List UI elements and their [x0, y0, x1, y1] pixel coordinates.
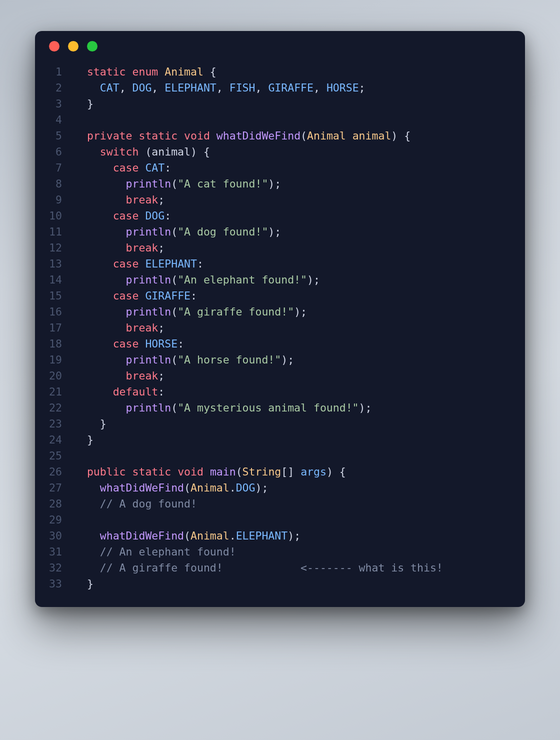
token-pun — [74, 562, 100, 574]
line-number: 1 — [35, 64, 74, 80]
token-pun — [171, 466, 178, 478]
token-id: args — [300, 466, 326, 478]
token-pun: ( — [171, 274, 178, 286]
token-pun — [132, 130, 139, 142]
code-content: CAT, DOG, ELEPHANT, FISH, GIRAFFE, HORSE… — [74, 80, 366, 96]
line-number: 9 — [35, 192, 74, 208]
close-icon[interactable] — [49, 41, 60, 52]
token-id: DOG — [132, 82, 152, 94]
line-number: 15 — [35, 288, 74, 304]
code-content: case ELEPHANT: — [74, 256, 204, 272]
line-number: 29 — [35, 512, 74, 528]
token-pun — [138, 338, 145, 350]
token-kw: case — [113, 290, 139, 302]
code-editor[interactable]: 1 static enum Animal {2 CAT, DOG, ELEPHA… — [35, 61, 525, 592]
token-pun — [74, 162, 113, 174]
token-fn: whatDidWeFind — [100, 482, 184, 494]
token-pun: ( — [171, 354, 178, 366]
code-line: 9 break; — [35, 192, 525, 208]
line-number: 13 — [35, 256, 74, 272]
line-number: 33 — [35, 576, 74, 592]
token-pun — [74, 274, 126, 286]
code-content: whatDidWeFind(Animal.ELEPHANT); — [74, 528, 300, 544]
token-pun — [74, 466, 87, 478]
code-window: 1 static enum Animal {2 CAT, DOG, ELEPHA… — [35, 31, 525, 607]
token-fn: println — [126, 274, 172, 286]
code-line: 21 default: — [35, 384, 525, 400]
token-fn: println — [126, 306, 172, 318]
code-line: 26 public static void main(String[] args… — [35, 464, 525, 480]
code-content: whatDidWeFind(Animal.DOG); — [74, 480, 268, 496]
line-number: 27 — [35, 480, 74, 496]
token-pun: ) { — [326, 466, 346, 478]
token-pun: ; — [158, 322, 164, 334]
token-pun — [126, 466, 132, 478]
code-content: println("An elephant found!"); — [74, 272, 320, 288]
code-content: } — [74, 576, 94, 592]
line-number: 23 — [35, 416, 74, 432]
minimize-icon[interactable] — [68, 41, 78, 52]
code-content: println("A mysterious animal found!"); — [74, 400, 372, 416]
token-pun: } — [74, 418, 106, 430]
token-pun: , — [120, 82, 132, 94]
line-number: 2 — [35, 80, 74, 96]
token-pun: : — [178, 338, 184, 350]
line-number: 32 — [35, 560, 74, 576]
token-kw: break — [126, 194, 158, 206]
code-line: 7 case CAT: — [35, 160, 525, 176]
token-pun: ) { — [391, 130, 410, 142]
line-number: 25 — [35, 448, 74, 464]
code-line: 18 case HORSE: — [35, 336, 525, 352]
token-pun: : — [197, 258, 204, 270]
token-pun — [74, 226, 126, 238]
code-line: 27 whatDidWeFind(Animal.DOG); — [35, 480, 525, 496]
line-number: 17 — [35, 320, 74, 336]
code-content: // A giraffe found! <------- what is thi… — [74, 560, 443, 576]
code-line: 16 println("A giraffe found!"); — [35, 304, 525, 320]
line-number: 21 — [35, 384, 74, 400]
token-pun: ( — [236, 466, 242, 478]
code-line: 23 } — [35, 416, 525, 432]
code-line: 20 break; — [35, 368, 525, 384]
token-id: HORSE — [145, 338, 178, 350]
line-number: 12 — [35, 240, 74, 256]
token-pun — [74, 546, 100, 558]
code-line: 31 // An elephant found! — [35, 544, 525, 560]
token-id: ELEPHANT — [145, 258, 197, 270]
token-id: ELEPHANT — [164, 82, 216, 94]
token-pun: } — [74, 434, 94, 446]
code-content: println("A cat found!"); — [74, 176, 281, 192]
code-line: 6 switch (animal) { — [35, 144, 525, 160]
token-fn: println — [126, 354, 172, 366]
line-number: 28 — [35, 496, 74, 512]
code-line: 32 // A giraffe found! <------- what is … — [35, 560, 525, 576]
code-line: 5 private static void whatDidWeFind(Anim… — [35, 128, 525, 144]
code-line: 29 — [35, 512, 525, 528]
token-kw: void — [184, 130, 210, 142]
token-type: Animal — [164, 66, 204, 78]
token-fn: println — [126, 226, 172, 238]
token-pun: , — [255, 82, 268, 94]
token-fn: whatDidWeFind — [100, 530, 184, 542]
token-kw: void — [178, 466, 204, 478]
token-kw: case — [113, 258, 139, 270]
token-pun — [74, 290, 113, 302]
code-content: } — [74, 416, 106, 432]
token-pun — [74, 370, 126, 382]
code-line: 2 CAT, DOG, ELEPHANT, FISH, GIRAFFE, HOR… — [35, 80, 525, 96]
token-pun: ( — [171, 226, 178, 238]
token-kw: break — [126, 322, 158, 334]
token-pun: : — [164, 210, 171, 222]
token-pun: ; — [158, 242, 164, 254]
zoom-icon[interactable] — [87, 41, 98, 52]
token-kw: private — [87, 130, 132, 142]
token-pun — [74, 82, 100, 94]
token-type: Animal — [190, 530, 230, 542]
code-line: 30 whatDidWeFind(Animal.ELEPHANT); — [35, 528, 525, 544]
token-pun — [158, 66, 164, 78]
code-content: println("A giraffe found!"); — [74, 304, 307, 320]
token-kw: switch — [100, 146, 139, 158]
code-content: println("A horse found!"); — [74, 352, 294, 368]
token-kw: static — [87, 66, 126, 78]
token-pun: : — [190, 290, 197, 302]
